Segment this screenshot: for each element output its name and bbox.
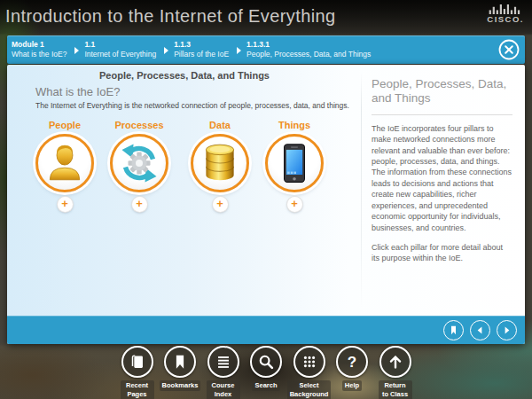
- pillar-people-button[interactable]: [35, 134, 94, 192]
- grid-icon: [300, 352, 319, 372]
- cisco-logo: cisco.: [487, 4, 524, 24]
- breadcrumb-item-1-1-3-1[interactable]: 1.1.3.1 People, Processes, Data, and Thi…: [246, 40, 371, 59]
- close-button[interactable]: [497, 38, 520, 61]
- next-page-button[interactable]: [497, 320, 517, 340]
- previous-page-button[interactable]: [470, 320, 490, 340]
- smartphone-icon: [272, 141, 317, 185]
- bookmarks-button[interactable]: Bookmarks: [163, 346, 197, 391]
- course-index-button[interactable]: Course Index: [207, 346, 240, 399]
- sidebar-paragraph: The IoE incorporates four pillars to mak…: [372, 123, 512, 233]
- next-icon: [500, 324, 513, 337]
- breadcrumb: Module 1 What is the IoE? 1.1 Internet o…: [7, 35, 525, 64]
- pillar-people: People +: [27, 120, 102, 212]
- list-icon: [214, 352, 233, 372]
- breadcrumb-item-1-1[interactable]: 1.1 Internet of Everything: [84, 40, 156, 59]
- search-icon: [256, 352, 276, 372]
- pillar-data: Data +: [183, 120, 257, 212]
- help-button[interactable]: ? Help: [335, 346, 369, 391]
- close-icon: [497, 38, 520, 61]
- pillar-processes-label: Processes: [102, 120, 176, 130]
- return-to-class-button[interactable]: Return to Class: [379, 346, 412, 399]
- previous-icon: [473, 324, 487, 337]
- content-panel: People, Processes, Data, and Things What…: [7, 65, 525, 344]
- pillar-things-label: Things: [257, 120, 332, 130]
- pillar-processes-expand-button[interactable]: +: [132, 197, 147, 212]
- question-icon: ?: [348, 355, 356, 370]
- pillar-people-expand-button[interactable]: +: [58, 197, 73, 212]
- pillar-data-label: Data: [183, 120, 257, 130]
- breadcrumb-item-module[interactable]: Module 1 What is the IoE?: [12, 40, 66, 59]
- section-text: The Internet of Everything is the networ…: [35, 101, 355, 110]
- pages-icon: [128, 352, 147, 372]
- bookmark-icon: [447, 324, 460, 337]
- course-player-window: Introduction to the Internet of Everythi…: [0, 0, 532, 399]
- bookmark-icon: [170, 352, 190, 372]
- section-heading: What is the IoE?: [35, 85, 120, 98]
- pillar-things-button[interactable]: [265, 134, 324, 192]
- database-icon: [198, 141, 242, 185]
- pillar-data-button[interactable]: [191, 134, 249, 192]
- bottom-toolbar: Recent Pages Bookmarks: [0, 346, 532, 399]
- pillar-processes-button[interactable]: [110, 134, 168, 192]
- process-cycle-icon: [118, 142, 160, 184]
- breadcrumb-arrow-icon: [237, 47, 241, 54]
- select-background-button[interactable]: Select Background: [293, 346, 326, 399]
- pillar-things: Things: [257, 120, 332, 212]
- breadcrumb-item-1-1-3[interactable]: 1.1.3 Pillars of the IoE: [174, 40, 229, 59]
- breadcrumb-arrow-icon: [164, 47, 168, 54]
- search-button[interactable]: Search: [249, 346, 283, 391]
- sidebar-paragraph: Click each pillar for more detail about …: [372, 242, 512, 264]
- cisco-wordmark: cisco.: [487, 14, 524, 24]
- cisco-bridge-icon: [488, 4, 523, 14]
- pillar-people-label: People: [27, 120, 102, 130]
- pillar-data-expand-button[interactable]: +: [213, 197, 228, 212]
- person-icon: [43, 141, 87, 185]
- detail-sidebar: People, Processes, Data, and Things The …: [362, 65, 525, 316]
- pillar-things-expand-button[interactable]: +: [287, 197, 302, 212]
- recent-pages-button[interactable]: Recent Pages: [121, 346, 154, 399]
- page-nav-bar: [7, 316, 525, 344]
- page-title: People, Processes, Data, and Things: [7, 70, 362, 81]
- pillar-processes: Processes +: [102, 120, 176, 212]
- course-title: Introduction to the Internet of Everythi…: [5, 6, 336, 27]
- sidebar-title: People, Processes, Data, and Things: [372, 77, 512, 106]
- sidebar-divider: [372, 114, 512, 115]
- up-arrow-icon: [386, 352, 405, 372]
- breadcrumb-arrow-icon: [74, 47, 79, 54]
- title-bar: Introduction to the Internet of Everythi…: [0, 0, 532, 34]
- bookmark-page-button[interactable]: [443, 320, 464, 340]
